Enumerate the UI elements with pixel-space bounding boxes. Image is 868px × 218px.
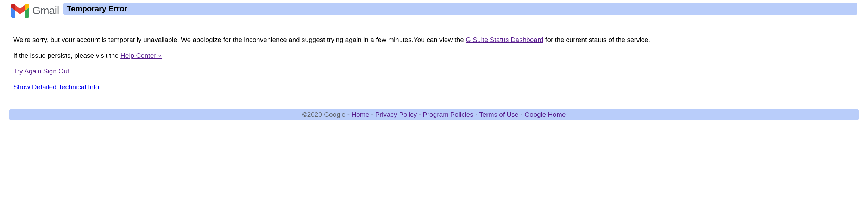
apology-paragraph: We're sorry, but your account is tempora… bbox=[13, 35, 855, 45]
error-banner: Temporary Error bbox=[63, 3, 857, 15]
gmail-text: Gmail bbox=[32, 5, 59, 17]
try-again-link[interactable]: Try Again bbox=[13, 67, 42, 75]
footer-separator: - bbox=[520, 111, 524, 118]
status-dashboard-link[interactable]: G Suite Status Dashboard bbox=[466, 36, 543, 43]
footer-google-home-link[interactable]: Google Home bbox=[524, 111, 566, 118]
action-links: Try Again Sign Out bbox=[13, 67, 855, 76]
content-area: We're sorry, but your account is tempora… bbox=[11, 35, 857, 109]
apology-text-2: for the current status of the service. bbox=[543, 36, 650, 43]
footer-separator: - bbox=[475, 111, 479, 118]
help-paragraph: If the issue persists, please visit the … bbox=[13, 51, 855, 61]
gmail-logo: Gmail bbox=[11, 3, 59, 18]
footer-separator: - bbox=[419, 111, 423, 118]
help-center-link[interactable]: Help Center » bbox=[120, 52, 162, 59]
header-row: Gmail Temporary Error bbox=[11, 3, 857, 18]
footer-home-link[interactable]: Home bbox=[351, 111, 369, 118]
tech-info-link[interactable]: Show Detailed Technical Info bbox=[13, 83, 99, 92]
footer-program-link[interactable]: Program Policies bbox=[423, 111, 473, 118]
footer: ©2020 Google - Home - Privacy Policy - P… bbox=[9, 109, 859, 120]
footer-privacy-link[interactable]: Privacy Policy bbox=[375, 111, 417, 118]
footer-copyright: ©2020 Google bbox=[302, 111, 346, 118]
help-text-1: If the issue persists, please visit the bbox=[13, 52, 120, 59]
sign-out-link[interactable]: Sign Out bbox=[43, 67, 69, 75]
apology-text-1: We're sorry, but your account is tempora… bbox=[13, 36, 466, 43]
footer-separator: - bbox=[371, 111, 375, 118]
footer-terms-link[interactable]: Terms of Use bbox=[479, 111, 518, 118]
footer-separator: - bbox=[347, 111, 352, 118]
gmail-m-icon bbox=[11, 4, 30, 18]
